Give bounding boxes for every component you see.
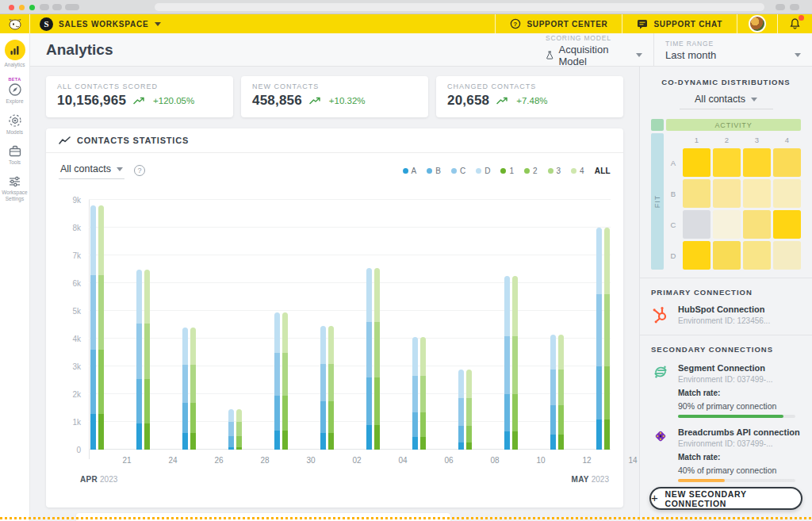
bar-segment-2	[236, 436, 242, 447]
legend-item-4[interactable]: 4	[571, 167, 584, 175]
chart-legend: ABCD1234ALL	[403, 167, 611, 175]
sidebar-item-models[interactable]: Models	[0, 113, 29, 136]
bar-segment-3	[282, 353, 288, 396]
sidebar-item-explore[interactable]: BETA Explore	[0, 77, 29, 105]
bar-segment-3	[236, 422, 242, 436]
window-close-button[interactable]	[9, 5, 14, 10]
secondary-connection-row[interactable]: Segment ConnectionEnvironment ID: 037499…	[651, 363, 801, 418]
primary-connection-title: PRIMARY CONNECTION	[651, 288, 801, 297]
heatmap-cell-D4[interactable]	[773, 241, 801, 270]
fit-row-header-D: D	[666, 241, 680, 270]
bar-pair-30[interactable]	[274, 312, 288, 450]
bar-pair-28[interactable]	[228, 409, 242, 450]
bar-segment-C	[366, 322, 372, 377]
heatmap-cell-B2[interactable]	[713, 179, 741, 208]
new-secondary-connection-label: NEW SECONDARY CONNECTION	[665, 489, 801, 508]
stat-delta: +7.48%	[516, 96, 547, 105]
heatmap-cell-A2[interactable]	[713, 148, 741, 177]
activity-col-header-4: 4	[773, 133, 801, 146]
match-rate-label: Match rate:	[678, 389, 795, 397]
notifications-button[interactable]	[777, 14, 812, 33]
bar-segment-A	[274, 431, 280, 450]
bar-segment-1	[466, 442, 472, 450]
bar-segment-B	[228, 436, 234, 447]
heatmap-cell-A3[interactable]	[743, 148, 771, 177]
primary-connection-row[interactable]: HubSpot Connection Environment ID: 12345…	[651, 305, 801, 325]
bar-pair-02[interactable]	[320, 326, 334, 450]
legend-item-3[interactable]: 3	[548, 167, 561, 175]
legend-item-C[interactable]: C	[451, 167, 465, 175]
sidebar-item-tools[interactable]: Tools	[0, 144, 29, 166]
user-menu[interactable]	[737, 14, 777, 33]
legend-item-A[interactable]: A	[403, 167, 417, 175]
bar-segment-2	[98, 350, 104, 414]
heatmap-cell-A4[interactable]	[773, 148, 801, 177]
time-range-select[interactable]: TIME RANGE Last month	[653, 33, 812, 66]
fit-row-header-B: B	[666, 179, 680, 208]
plot-wrap: 01k2k3k4k5k6k7k8k9k	[89, 200, 611, 450]
bar-segment-2	[190, 403, 196, 434]
new-secondary-connection-button[interactable]: + NEW SECONDARY CONNECTION	[649, 487, 802, 510]
heatmap-spacer	[666, 133, 680, 146]
y-tick-label: 4k	[52, 335, 81, 343]
bar-pair-08[interactable]	[458, 370, 472, 450]
heatmap-cell-C1[interactable]	[683, 210, 710, 239]
legend-item-ALL[interactable]: ALL	[595, 167, 611, 175]
legend-item-D[interactable]: D	[476, 167, 490, 175]
secondary-connection-row[interactable]: Breadcrumbs API connectionEnvironment ID…	[651, 427, 801, 482]
browser-chrome-decoration	[40, 4, 49, 10]
heatmap-cell-D1[interactable]	[683, 241, 710, 270]
plot-area	[89, 200, 611, 450]
heatmap-cell-D2[interactable]	[713, 241, 741, 270]
scoring-model-select[interactable]: SCORING MODEL Acquisition Model	[534, 33, 653, 66]
legend-label: ALL	[595, 167, 611, 175]
heatmap-cell-C3[interactable]	[743, 210, 771, 239]
scoring-model-label: SCORING MODEL	[546, 34, 642, 42]
legend-item-B[interactable]: B	[427, 167, 441, 175]
gridline-8k	[89, 227, 611, 228]
bar-pair-10[interactable]	[504, 276, 518, 450]
support-center-button[interactable]: ? SUPPORT CENTER	[495, 14, 622, 33]
codynamic-filter-select[interactable]: All contacts	[680, 94, 773, 109]
bar-segment-3	[466, 398, 472, 426]
contacts-filter-select[interactable]: All contacts	[59, 162, 124, 179]
sidebar-item-workspace-settings[interactable]: Workspace Settings	[0, 175, 29, 202]
window-zoom-button[interactable]	[29, 5, 35, 10]
sidebar-label: Explore	[6, 98, 23, 105]
heatmap-cell-C2[interactable]	[713, 210, 741, 239]
heatmap-cell-C4[interactable]	[773, 210, 801, 239]
browser-urlbar-decoration	[155, 3, 764, 11]
activity-col-header-2: 2	[713, 133, 741, 146]
heatmap-cell-D3[interactable]	[743, 241, 771, 270]
bar-segment-B	[182, 403, 188, 434]
time-range-value: Last month	[665, 49, 716, 61]
bar-segment-A	[90, 414, 96, 450]
bar-segment-A	[504, 431, 510, 450]
bar-pair-21[interactable]	[90, 205, 104, 450]
fit-bar-12	[550, 335, 556, 450]
bar-pair-12[interactable]	[550, 335, 564, 450]
bar-segment-1	[190, 433, 196, 450]
bar-pair-14[interactable]	[596, 228, 610, 450]
bar-pair-04[interactable]	[366, 268, 380, 450]
bar-segment-D	[550, 335, 556, 370]
window-minimize-button[interactable]	[19, 5, 25, 10]
breadcrumbs-icon	[651, 427, 670, 482]
x-axis-ticks: 212426283002040608101214	[89, 456, 611, 467]
sidebar-item-analytics[interactable]: Analytics	[0, 40, 29, 68]
heatmap-cell-B1[interactable]	[683, 179, 710, 208]
heatmap-cell-B3[interactable]	[743, 179, 771, 208]
heatmap-cell-B4[interactable]	[773, 179, 801, 208]
bar-pair-24[interactable]	[136, 270, 150, 450]
legend-item-1[interactable]: 1	[500, 167, 514, 175]
heatmap-cell-A1[interactable]	[683, 148, 710, 177]
legend-item-2[interactable]: 2	[524, 167, 538, 175]
activity-bar-12	[558, 335, 564, 450]
bar-pair-06[interactable]	[412, 337, 426, 450]
support-center-label: SUPPORT CENTER	[527, 20, 607, 29]
support-chat-button[interactable]: SUPPORT CHAT	[622, 14, 737, 33]
help-icon[interactable]: ?	[134, 165, 145, 176]
bar-pair-26[interactable]	[182, 328, 196, 450]
workspace-switcher[interactable]: S SALES WORKSPACE	[30, 14, 170, 33]
app-logo[interactable]	[0, 14, 30, 33]
